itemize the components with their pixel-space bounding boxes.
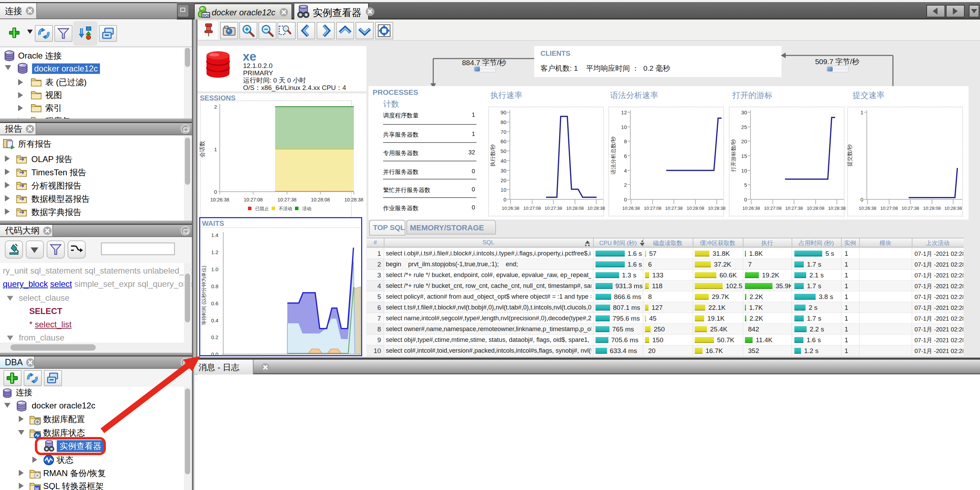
svg-text:已阻止: 已阻止 (255, 206, 269, 211)
svg-text:20: 20 (500, 177, 506, 183)
svg-text:10:27:08: 10:27:08 (244, 197, 263, 203)
svg-text:10:27:38: 10:27:38 (278, 197, 297, 203)
svg-text:0: 0 (861, 196, 863, 203)
svg-text:10: 10 (621, 124, 627, 130)
svg-text:0: 0 (214, 189, 217, 195)
svg-text:60: 60 (500, 138, 506, 144)
svg-text:8: 8 (624, 138, 627, 144)
svg-text:10:27:08: 10:27:08 (644, 206, 662, 211)
svg-text:10: 10 (741, 168, 747, 174)
svg-text:40: 40 (500, 158, 506, 164)
svg-text:不活动: 不活动 (278, 206, 292, 211)
svg-text:70: 70 (500, 129, 506, 135)
svg-text:10: 10 (500, 187, 506, 193)
svg-text:1: 1 (214, 146, 217, 152)
svg-text:2: 2 (214, 104, 217, 110)
svg-text:SQL: SQL (203, 13, 210, 18)
svg-text:50: 50 (500, 148, 506, 154)
svg-text:1.0: 1.0 (211, 266, 218, 272)
svg-text:执行数/秒: 执行数/秒 (490, 144, 496, 167)
svg-text:10:28:08: 10:28:08 (311, 197, 330, 203)
svg-text:10:28:08: 10:28:08 (807, 206, 825, 211)
svg-text:0: 0 (624, 196, 627, 203)
svg-text:25: 25 (741, 124, 747, 130)
svg-text:6: 6 (624, 153, 627, 159)
svg-text:0.6: 0.6 (211, 300, 218, 306)
svg-text:15: 15 (741, 153, 747, 159)
svg-text:10:28:38: 10:28:38 (587, 206, 605, 211)
svg-text:10:27:38: 10:27:38 (665, 206, 683, 211)
svg-text:10:26:38: 10:26:38 (210, 197, 229, 203)
svg-text:0.4: 0.4 (211, 318, 218, 323)
svg-text:4: 4 (624, 168, 627, 174)
svg-text:1: 1 (861, 109, 863, 115)
svg-text:10:27:38: 10:27:38 (785, 206, 803, 211)
svg-text:20: 20 (741, 138, 747, 144)
svg-text:0.8: 0.8 (211, 283, 218, 289)
svg-text:5: 5 (744, 182, 747, 188)
svg-text:80: 80 (500, 119, 506, 125)
svg-text:10:27:38: 10:27:38 (545, 206, 562, 211)
svg-text:10:26:38: 10:26:38 (743, 206, 760, 211)
svg-text:10:27:08: 10:27:08 (880, 206, 898, 211)
svg-text:10:28:08: 10:28:08 (923, 206, 941, 211)
svg-text:会话数: 会话数 (199, 141, 205, 158)
svg-text:语法分析总数/秒: 语法分析总数/秒 (610, 136, 616, 174)
svg-text:10:27:08: 10:27:08 (523, 206, 541, 211)
svg-text:10:28:08: 10:28:08 (566, 206, 584, 211)
svg-text:10:28:38: 10:28:38 (828, 206, 846, 211)
svg-text:10:27:08: 10:27:08 (764, 206, 782, 211)
svg-text:10:26:38: 10:26:38 (622, 206, 640, 211)
svg-text:10:26:38: 10:26:38 (502, 206, 520, 211)
svg-text:90: 90 (500, 109, 506, 115)
svg-text:1.4: 1.4 (211, 232, 218, 238)
svg-text:10:26:38: 10:26:38 (859, 206, 877, 211)
svg-text:等待时间 (以秒/分钟为单位): 等待时间 (以秒/分钟为单位) (201, 266, 207, 325)
svg-text:12: 12 (621, 109, 627, 115)
svg-text:10:28:38: 10:28:38 (344, 197, 364, 203)
svg-text:打开游标数/秒: 打开游标数/秒 (730, 139, 736, 172)
svg-text:2: 2 (624, 182, 627, 188)
svg-text:10:28:38: 10:28:38 (945, 206, 962, 211)
svg-text:10:27:38: 10:27:38 (902, 206, 920, 211)
svg-text:0: 0 (744, 196, 747, 203)
svg-text:10:28:08: 10:28:08 (687, 206, 705, 211)
svg-text:30: 30 (500, 168, 506, 174)
svg-text:10:28:38: 10:28:38 (708, 206, 726, 211)
svg-text:0.2: 0.2 (211, 334, 218, 340)
svg-text:提交数/秒: 提交数/秒 (847, 144, 853, 167)
svg-text:活动: 活动 (302, 206, 311, 211)
svg-text:0: 0 (504, 196, 506, 203)
svg-text:0.0: 0.0 (211, 351, 218, 356)
svg-text:30: 30 (741, 109, 747, 115)
svg-text:1.2: 1.2 (211, 249, 218, 255)
